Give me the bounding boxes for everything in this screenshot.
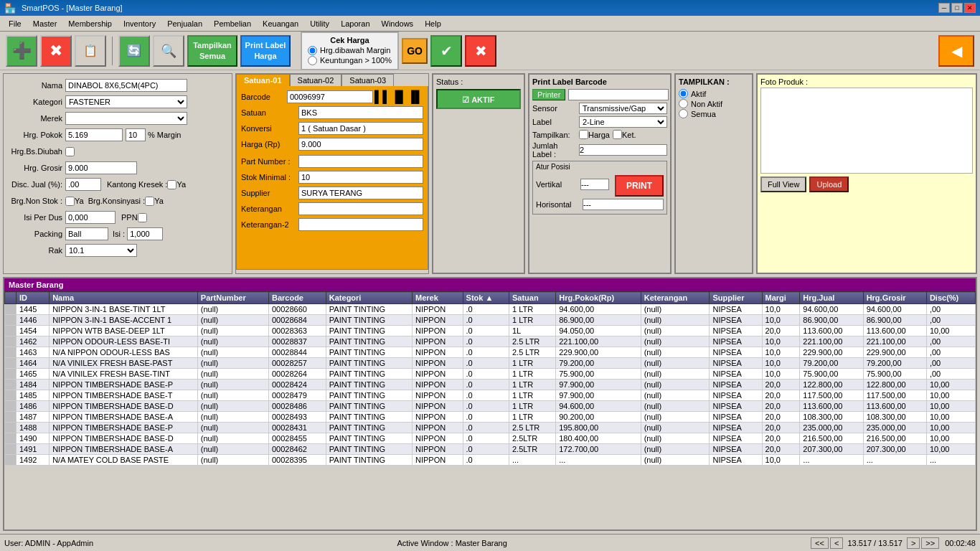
hrg-pokok-input[interactable] xyxy=(65,128,123,141)
tab-satuan-02[interactable]: Satuan-02 xyxy=(290,74,342,86)
vertikal-input[interactable] xyxy=(580,179,609,190)
rak-select[interactable]: 10.1 xyxy=(65,244,137,257)
merek-select[interactable] xyxy=(65,112,187,125)
go-button[interactable]: GO xyxy=(402,38,428,64)
menu-inventory[interactable]: Inventory xyxy=(118,18,161,29)
label-select[interactable]: 2-Line xyxy=(579,116,667,128)
radio-keuntungan[interactable] xyxy=(308,56,317,65)
print-label-button[interactable]: Print LabelHarga xyxy=(240,35,291,67)
table-row[interactable]: 1463N/A NIPPON ODOUR-LESS BAS(null)00028… xyxy=(5,347,976,358)
minimize-button[interactable]: ─ xyxy=(938,3,950,13)
table-row[interactable]: 1490NIPPON TIMBERSHADE BASE-D(null)00028… xyxy=(5,433,976,444)
isi-input[interactable] xyxy=(127,227,163,240)
tab-satuan-01[interactable]: Satuan-01 xyxy=(236,74,290,86)
menu-keuangan[interactable]: Keuangan xyxy=(257,18,304,29)
fullview-button[interactable]: Full View xyxy=(760,176,806,192)
horisontal-input[interactable] xyxy=(583,199,664,210)
last-page-button[interactable]: >> xyxy=(921,537,939,549)
table-row[interactable]: 1446NIPPON 3-IN-1 BASE-ACCENT 1(null)000… xyxy=(5,315,976,326)
print-button[interactable]: PRINT xyxy=(615,175,664,197)
menu-file[interactable]: File xyxy=(3,18,27,29)
table-row[interactable]: 1445NIPPON 3-IN-1 BASE-TINT 1LT(null)000… xyxy=(5,304,976,315)
add-button[interactable]: ➕ xyxy=(6,35,37,67)
table-row[interactable]: 1485NIPPON TIMBERSHADE BASE-T(null)00028… xyxy=(5,390,976,401)
table-row[interactable]: 1487NIPPON TIMBERSHADE BASE-A(null)00028… xyxy=(5,412,976,423)
th-keterangan[interactable]: Keterangan xyxy=(641,292,710,304)
table-row[interactable]: 1462NIPPON ODOUR-LESS BASE-TI(null)00028… xyxy=(5,336,976,347)
edit-button[interactable]: 📋 xyxy=(75,35,106,67)
brg-konsinyasi-checkbox[interactable] xyxy=(145,197,154,206)
th-id[interactable]: ID xyxy=(17,292,50,304)
satuan-input[interactable] xyxy=(298,106,423,119)
th-stok[interactable]: Stok ▲ xyxy=(463,292,509,304)
barcode-input[interactable] xyxy=(287,90,373,103)
sensor-select[interactable]: Transmissive/Gap xyxy=(579,103,667,114)
th-kategori[interactable]: Kategori xyxy=(326,292,412,304)
keterangan-input[interactable] xyxy=(298,202,423,215)
menu-utility[interactable]: Utility xyxy=(304,18,335,29)
jumlah-input[interactable] xyxy=(579,144,667,156)
first-page-button[interactable]: << xyxy=(811,537,829,549)
th-nama[interactable]: Nama xyxy=(50,292,198,304)
refresh-button[interactable]: 🔄 xyxy=(118,35,150,67)
close-button[interactable]: ✕ xyxy=(964,3,976,13)
menu-master[interactable]: Master xyxy=(27,18,63,29)
th-hrg-jual[interactable]: Hrg.Jual xyxy=(800,292,863,304)
confirm-button[interactable]: ✔ xyxy=(430,35,462,67)
part-number-input[interactable] xyxy=(298,155,423,168)
tab-satuan-03[interactable]: Satuan-03 xyxy=(341,74,394,86)
th-supplier[interactable]: Supplier xyxy=(710,292,762,304)
ppn-checkbox[interactable] xyxy=(138,213,147,222)
th-barcode[interactable]: Barcode xyxy=(268,292,326,304)
menu-membership[interactable]: Membership xyxy=(62,18,118,29)
printer-button[interactable]: Printer xyxy=(532,89,565,100)
brg-non-stok-checkbox[interactable] xyxy=(65,197,75,206)
th-hrg-pokok[interactable]: Hrg.Pokok(Rp) xyxy=(556,292,641,304)
search-button[interactable]: 🔍 xyxy=(153,35,184,67)
stok-minimal-input[interactable] xyxy=(298,171,423,184)
kategori-select[interactable]: FASTENER xyxy=(65,95,187,108)
tampilkan-semua-button[interactable]: TampilkanSemua xyxy=(187,35,237,67)
konversi-input[interactable] xyxy=(298,122,423,135)
menu-penjualan[interactable]: Penjualan xyxy=(161,18,208,29)
tampilkan-aktif-radio[interactable] xyxy=(679,89,688,98)
table-row[interactable]: 1492N/A MATEY COLD BASE PASTE(null)00028… xyxy=(5,455,976,466)
restore-button[interactable]: □ xyxy=(951,3,963,13)
kantong-checkbox[interactable] xyxy=(167,180,176,189)
margin-input[interactable] xyxy=(126,128,146,141)
th-satuan[interactable]: Satuan xyxy=(509,292,556,304)
table-scroll-area[interactable]: ID Nama PartNumber Barcode Kategori Mere… xyxy=(4,291,976,529)
back-button[interactable]: ◀ xyxy=(938,35,974,67)
table-row[interactable]: 1486NIPPON TIMBERSHADE BASE-D(null)00028… xyxy=(5,401,976,412)
packing-input[interactable] xyxy=(65,227,108,240)
disc-input[interactable] xyxy=(65,178,101,191)
radio-hrg-margin[interactable] xyxy=(308,46,317,55)
isi-per-dus-input[interactable] xyxy=(65,211,116,224)
th-disc[interactable]: Disc(%) xyxy=(926,292,975,304)
keterangan2-input[interactable] xyxy=(298,218,423,231)
table-row[interactable]: 1491NIPPON TIMBERSHADE BASE-A(null)00028… xyxy=(5,444,976,455)
th-margi[interactable]: Margi xyxy=(762,292,800,304)
table-row[interactable]: 1454NIPPON WTB BASE-DEEP 1LT(null)000283… xyxy=(5,326,976,336)
upload-button[interactable]: Upload xyxy=(809,176,849,192)
table-row[interactable]: 1465N/A VINILEX FRESH BASE-TINT(null)000… xyxy=(5,369,976,380)
printer-input[interactable] xyxy=(568,89,669,100)
prev-page-button[interactable]: < xyxy=(830,537,843,549)
delete-button[interactable]: ✖ xyxy=(40,35,72,67)
next-page-button[interactable]: > xyxy=(907,537,920,549)
cancel-button[interactable]: ✖ xyxy=(465,35,496,67)
nama-input[interactable] xyxy=(65,79,187,92)
hrg-bs-checkbox[interactable] xyxy=(65,147,75,156)
table-row[interactable]: 1488NIPPON TIMBERSHADE BASE-P(null)00028… xyxy=(5,423,976,433)
hrg-grosir-input[interactable] xyxy=(65,161,137,174)
table-row[interactable]: 1484NIPPON TIMBERSHADE BASE-P(null)00028… xyxy=(5,380,976,390)
th-merek[interactable]: Merek xyxy=(413,292,463,304)
th-hrg-grosir[interactable]: Hrg.Grosir xyxy=(863,292,926,304)
tampilkan-semua-radio[interactable] xyxy=(679,109,688,118)
menu-pembelian[interactable]: Pembelian xyxy=(208,18,257,29)
harga-input[interactable] xyxy=(298,138,423,151)
menu-windows[interactable]: Windows xyxy=(376,18,420,29)
th-partnumber[interactable]: PartNumber xyxy=(197,292,268,304)
ket-check[interactable] xyxy=(613,130,622,139)
table-row[interactable]: 1464N/A VINILEX FRESH BASE-PAST(null)000… xyxy=(5,358,976,369)
